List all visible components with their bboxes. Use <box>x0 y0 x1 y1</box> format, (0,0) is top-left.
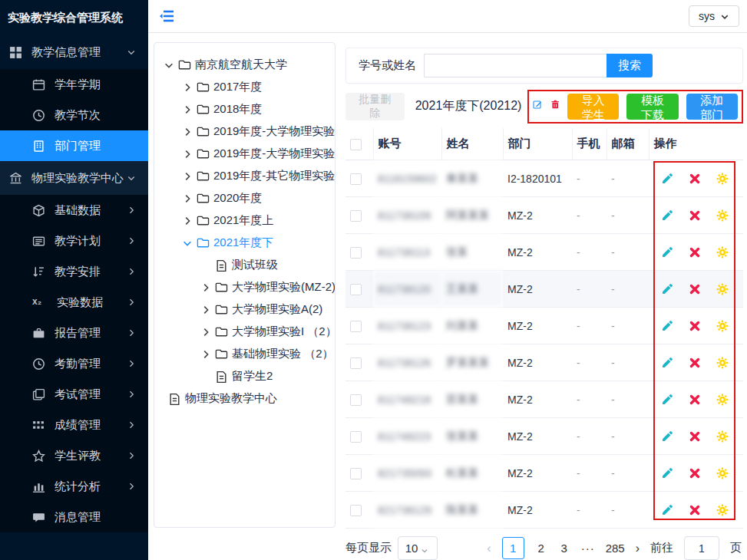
tree-node-label[interactable]: 2019年度-大学物理实验I <box>213 124 335 139</box>
tree-node-2019-other[interactable]: 2019年度-其它物理实验 <box>162 165 330 187</box>
tree-node-label[interactable]: 2019年度-其它物理实验 <box>213 169 335 183</box>
edit-pencil-icon[interactable] <box>661 246 673 259</box>
chevron-right-icon[interactable] <box>182 193 193 204</box>
edit-pencil-icon[interactable] <box>661 283 673 295</box>
per-page-select[interactable]: 10 <box>398 536 438 560</box>
select-all-checkbox[interactable] <box>350 139 362 150</box>
tree-node-physics-a2[interactable]: 大学物理实验A(2) <box>162 298 330 321</box>
search-button[interactable]: 搜索 <box>607 54 653 77</box>
sidebar-item-exam-management[interactable]: 考试管理 <box>0 379 148 410</box>
chevron-right-icon[interactable] <box>182 171 193 182</box>
sidebar-item-physics-center[interactable]: 物理实验教学中心 <box>0 161 148 195</box>
edit-pencil-icon[interactable] <box>661 209 673 222</box>
prev-page-arrow[interactable]: ‹ <box>487 542 491 555</box>
sidebar-item-teaching-period[interactable]: 教学节次 <box>0 100 148 130</box>
delete-x-icon[interactable] <box>689 283 701 295</box>
tree-node-label[interactable]: 2021年度下 <box>213 236 273 250</box>
edit-pencil-icon[interactable] <box>661 320 673 332</box>
tree-node-label[interactable]: 2020年度 <box>213 191 262 206</box>
sidebar-item-grade-management[interactable]: 成绩管理 <box>0 410 148 440</box>
delete-x-icon[interactable] <box>689 357 701 369</box>
page-1[interactable]: 1 <box>502 537 524 559</box>
edit-pencil-icon[interactable] <box>661 467 673 479</box>
user-dropdown[interactable]: sys <box>689 5 739 27</box>
sidebar-item-teaching-plan[interactable]: 教学计划 <box>0 226 148 256</box>
row-checkbox[interactable] <box>350 357 362 369</box>
row-checkbox[interactable] <box>350 247 362 259</box>
tree-node-label[interactable]: 大学物理实验I （2） <box>232 324 335 339</box>
sidebar-item-academic-term[interactable]: 学年学期 <box>0 69 148 100</box>
tree-node-label[interactable]: 物理实验教学中心 <box>185 391 277 406</box>
batch-delete-button[interactable]: 批量删除 <box>345 93 405 120</box>
template-download-button[interactable]: 模板下载 <box>626 94 678 120</box>
row-checkbox[interactable] <box>350 284 362 295</box>
trash-icon[interactable] <box>550 100 560 114</box>
add-department-button[interactable]: 添加部门 <box>686 94 738 120</box>
chevron-right-icon[interactable] <box>182 216 193 226</box>
search-input[interactable] <box>424 54 607 77</box>
page-last[interactable]: 285 <box>606 542 625 555</box>
tree-node-test-class[interactable]: 测试班级 <box>162 254 330 276</box>
tree-node-label[interactable]: 2021年度上 <box>213 213 273 228</box>
delete-x-icon[interactable] <box>689 209 701 222</box>
chevron-right-icon[interactable] <box>182 104 193 115</box>
goto-page-input[interactable] <box>684 536 719 560</box>
tree-node-international-students[interactable]: 留学生2 <box>162 365 330 387</box>
row-checkbox[interactable] <box>350 210 362 222</box>
tree-node-2021-first[interactable]: 2021年度上 <box>162 209 330 232</box>
page-2[interactable]: 2 <box>535 542 547 555</box>
chevron-down-icon[interactable] <box>182 238 193 249</box>
tree-node-label[interactable]: 留学生2 <box>232 369 273 384</box>
tree-node-2021-second[interactable]: 2021年度下 <box>162 232 330 254</box>
sidebar-item-teaching-schedule[interactable]: 教学安排 <box>0 256 148 287</box>
gear-icon[interactable] <box>716 283 729 295</box>
tree-node-root[interactable]: 南京航空航天大学 <box>162 54 330 76</box>
tree-node-label[interactable]: 南京航空航天大学 <box>195 58 287 72</box>
tree-node-2017[interactable]: 2017年度 <box>162 76 330 98</box>
chevron-right-icon[interactable] <box>200 282 211 293</box>
delete-x-icon[interactable] <box>689 394 701 406</box>
import-students-button[interactable]: 导入学生 <box>567 94 619 120</box>
tree-node-2018[interactable]: 2018年度 <box>162 98 330 120</box>
edit-pencil-icon[interactable] <box>661 430 673 443</box>
tree-node-2019-physics1[interactable]: 2019年度-大学物理实验I <box>162 120 330 143</box>
edit-icon[interactable] <box>533 100 542 114</box>
sidebar-item-experiment-data[interactable]: x₂ 实验数据 <box>0 287 148 318</box>
tree-node-label[interactable]: 2018年度 <box>213 102 262 117</box>
chevron-right-icon[interactable] <box>182 149 193 160</box>
next-page-arrow[interactable]: › <box>636 542 640 555</box>
delete-x-icon[interactable] <box>689 173 701 185</box>
gear-icon[interactable] <box>716 209 729 222</box>
sidebar-item-teaching-info[interactable]: 教学信息管理 <box>0 35 148 69</box>
row-checkbox[interactable] <box>350 505 362 516</box>
menu-fold-icon[interactable] <box>159 8 174 24</box>
chevron-down-icon[interactable] <box>164 60 174 71</box>
delete-x-icon[interactable] <box>689 320 701 332</box>
edit-pencil-icon[interactable] <box>661 173 673 185</box>
tree-node-label[interactable]: 2019年度-大学物理实验V <box>213 147 335 161</box>
sidebar-item-message-management[interactable]: 消息管理 <box>0 502 148 532</box>
gear-icon[interactable] <box>716 320 729 332</box>
edit-pencil-icon[interactable] <box>661 357 673 369</box>
sidebar-item-report-management[interactable]: 报告管理 <box>0 318 148 348</box>
edit-pencil-icon[interactable] <box>661 504 673 516</box>
row-checkbox[interactable] <box>350 321 362 332</box>
sidebar-item-department-management[interactable]: 部门管理 <box>0 130 148 161</box>
tree-node-label[interactable]: 基础物理实验 （2） <box>232 347 334 361</box>
chevron-right-icon[interactable] <box>200 349 211 360</box>
gear-icon[interactable] <box>716 173 729 185</box>
row-checkbox[interactable] <box>350 468 362 479</box>
sidebar-item-basic-data[interactable]: 基础数据 <box>0 195 148 226</box>
delete-x-icon[interactable] <box>689 430 701 443</box>
tree-node-physics-i2[interactable]: 大学物理实验I （2） <box>162 321 330 343</box>
page-3[interactable]: 3 <box>558 542 570 555</box>
edit-pencil-icon[interactable] <box>661 394 673 406</box>
tree-node-label[interactable]: 测试班级 <box>232 258 278 272</box>
gear-icon[interactable] <box>716 394 729 406</box>
tree-node-label[interactable]: 大学物理实验A(2) <box>232 302 322 317</box>
delete-x-icon[interactable] <box>689 467 701 479</box>
row-checkbox[interactable] <box>350 431 362 443</box>
tree-node-basic-physics2[interactable]: 基础物理实验 （2） <box>162 343 330 365</box>
row-checkbox[interactable] <box>350 394 362 406</box>
tree-node-2020[interactable]: 2020年度 <box>162 187 330 209</box>
